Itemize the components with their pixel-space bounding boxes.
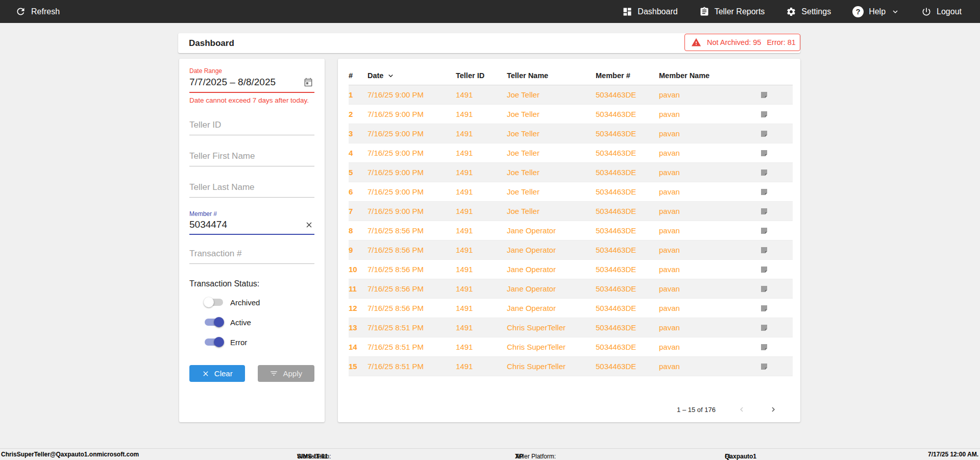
transaction-status-toggle-archived[interactable]: Archived (205, 296, 314, 308)
apply-button[interactable]: Apply (258, 365, 314, 382)
row-teller-id: 1491 (456, 304, 507, 312)
note-icon[interactable] (760, 110, 769, 119)
row-number: 5 (349, 168, 368, 177)
table-row[interactable]: 12 7/16/25 8:56 PM 1491 Jane Operator 50… (349, 299, 793, 318)
column-header-member-number: Member # (596, 71, 659, 80)
transaction-status-toggle-active[interactable]: Active (205, 316, 314, 328)
row-member-number: 5034463DE (596, 284, 659, 293)
row-date: 7/16/25 8:56 PM (368, 246, 456, 254)
pagination-prev-button[interactable] (736, 404, 747, 415)
alert-not-archived-count: Not Archived: 95 (707, 38, 761, 46)
table-row[interactable]: 5 7/16/25 9:00 PM 1491 Joe Teller 503446… (349, 163, 793, 182)
toggle-switch[interactable] (205, 338, 223, 346)
row-member-name: pavan (659, 343, 760, 351)
note-icon[interactable] (760, 323, 769, 332)
member-number-clear-button[interactable] (304, 220, 314, 230)
note-icon[interactable] (760, 129, 769, 138)
pagination-next-button[interactable] (768, 404, 779, 415)
teller-first-name-input[interactable] (189, 151, 314, 166)
row-member-name: pavan (659, 149, 760, 157)
table-row[interactable]: 13 7/16/25 8:51 PM 1491 Chris SuperTelle… (349, 318, 793, 337)
table-row[interactable]: 1 7/16/25 9:00 PM 1491 Joe Teller 503446… (349, 85, 793, 105)
toggle-label: Archived (230, 298, 260, 307)
calendar-icon[interactable] (302, 76, 314, 88)
row-number: 6 (349, 187, 368, 196)
transaction-status-toggle-error[interactable]: Error (205, 336, 314, 348)
nav-item-label: Dashboard (638, 7, 677, 16)
row-number: 2 (349, 110, 368, 118)
nav-item-settings[interactable]: Settings (786, 7, 831, 17)
table-row[interactable]: 3 7/16/25 9:00 PM 1491 Joe Teller 503446… (349, 124, 793, 143)
toggle-list: Archived Active Error (189, 296, 314, 348)
row-member-name: pavan (659, 246, 760, 254)
member-number-label: Member # (189, 210, 314, 217)
table-row[interactable]: 10 7/16/25 8:56 PM 1491 Jane Operator 50… (349, 260, 793, 279)
status-platform-value: XP (515, 453, 523, 460)
row-member-name: pavan (659, 284, 760, 293)
date-range-value[interactable]: 7/7/2025 – 8/8/2025 (189, 77, 276, 88)
table-row[interactable]: 4 7/16/25 9:00 PM 1491 Joe Teller 503446… (349, 143, 793, 163)
nav-item-teller-reports[interactable]: Teller Reports (699, 7, 765, 17)
note-icon[interactable] (760, 226, 769, 235)
gear-icon (786, 7, 796, 17)
row-teller-id: 1491 (456, 90, 507, 99)
status-user: ChrisSuperTeller@Qaxpauto1.onmicrosoft.c… (1, 451, 139, 458)
clear-button[interactable]: Clear (189, 365, 245, 382)
nav-item-dashboard[interactable]: Dashboard (622, 7, 677, 17)
row-date: 7/16/25 8:56 PM (368, 304, 456, 312)
row-teller-id: 1491 (456, 265, 507, 274)
row-number: 4 (349, 149, 368, 157)
row-member-number: 5034463DE (596, 265, 659, 274)
note-icon[interactable] (760, 304, 769, 313)
table-row[interactable]: 8 7/16/25 8:56 PM 1491 Jane Operator 503… (349, 221, 793, 240)
transaction-number-input[interactable] (189, 249, 314, 264)
table-row[interactable]: 6 7/16/25 9:00 PM 1491 Joe Teller 503446… (349, 182, 793, 202)
sort-chevron-down-icon (386, 71, 395, 80)
note-icon[interactable] (760, 90, 769, 100)
toggle-switch[interactable] (205, 319, 223, 326)
table-row[interactable]: 2 7/16/25 9:00 PM 1491 Joe Teller 503446… (349, 105, 793, 124)
note-icon[interactable] (760, 187, 769, 197)
note-icon[interactable] (760, 207, 769, 216)
note-icon[interactable] (760, 246, 769, 255)
table-row[interactable]: 15 7/16/25 8:51 PM 1491 Chris SuperTelle… (349, 357, 793, 376)
toggle-switch[interactable] (205, 299, 223, 306)
row-member-name: pavan (659, 362, 760, 371)
filter-icon (270, 369, 278, 378)
row-teller-id: 1491 (456, 168, 507, 177)
note-icon[interactable] (760, 343, 769, 352)
nav-item-help[interactable]: ? Help (852, 6, 900, 17)
table-row[interactable]: 11 7/16/25 8:56 PM 1491 Jane Operator 50… (349, 279, 793, 299)
note-icon[interactable] (760, 265, 769, 274)
row-number: 10 (349, 265, 368, 274)
column-header-date[interactable]: Date (368, 71, 456, 80)
row-teller-id: 1491 (456, 129, 507, 138)
note-icon[interactable] (760, 168, 769, 177)
row-date: 7/16/25 8:51 PM (368, 323, 456, 332)
row-member-number: 5034463DE (596, 226, 659, 235)
note-icon[interactable] (760, 284, 769, 294)
clipboard-icon (699, 7, 709, 17)
row-number: 12 (349, 304, 368, 312)
row-teller-id: 1491 (456, 246, 507, 254)
teller-last-name-input[interactable] (189, 182, 314, 198)
date-range-field[interactable]: Date Range 7/7/2025 – 8/8/2025 Date cann… (189, 67, 314, 104)
close-icon (305, 221, 313, 229)
row-member-number: 5034463DE (596, 207, 659, 215)
column-header-date-label: Date (368, 71, 383, 80)
table-row[interactable]: 14 7/16/25 8:51 PM 1491 Chris SuperTelle… (349, 337, 793, 357)
table-row[interactable]: 9 7/16/25 8:56 PM 1491 Jane Operator 503… (349, 240, 793, 260)
table-row[interactable]: 7 7/16/25 9:00 PM 1491 Joe Teller 503446… (349, 202, 793, 221)
teller-id-input[interactable] (189, 120, 314, 135)
row-teller-name: Jane Operator (507, 284, 596, 293)
filter-panel: Date Range 7/7/2025 – 8/8/2025 Date cann… (179, 59, 325, 422)
row-teller-id: 1491 (456, 362, 507, 371)
refresh-button[interactable]: Refresh (15, 6, 60, 17)
row-number: 14 (349, 343, 368, 351)
member-number-input[interactable] (189, 219, 291, 230)
note-icon[interactable] (760, 149, 769, 158)
nav-item-logout[interactable]: Logout (921, 7, 962, 17)
row-member-name: pavan (659, 304, 760, 312)
note-icon[interactable] (760, 362, 769, 371)
status-workstation-value: SIMS-IT-61 (297, 453, 328, 460)
